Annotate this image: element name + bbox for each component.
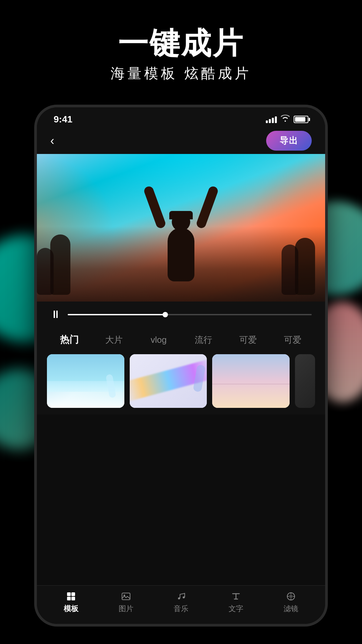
nav-bar: ‹ 导出 — [37, 127, 325, 154]
nav-label-filter: 滤镜 — [284, 604, 298, 614]
export-button[interactable]: 导出 — [266, 131, 312, 151]
cat-tab-vlog[interactable]: vlog — [136, 332, 181, 348]
svg-rect-3 — [71, 597, 75, 600]
nav-item-template[interactable]: 模板 — [44, 591, 99, 614]
svg-point-9 — [289, 595, 293, 598]
cat-tab-popular[interactable]: 流行 — [181, 331, 226, 348]
image-icon — [121, 591, 131, 602]
filter-icon — [286, 591, 296, 602]
nav-item-music[interactable]: 音乐 — [154, 591, 208, 614]
phone-inner: 9:41 — [37, 107, 325, 624]
nav-item-text[interactable]: 文字 — [208, 591, 263, 614]
cat-tab-hot[interactable]: 热门 — [47, 331, 92, 349]
template-thumb-2[interactable] — [130, 354, 207, 408]
status-icons — [266, 115, 308, 124]
svg-rect-4 — [122, 593, 130, 600]
svg-point-7 — [183, 596, 185, 598]
cat-tab-cute2[interactable]: 可爱 — [270, 331, 315, 348]
concert-figure — [154, 194, 208, 281]
header-title: 一键成片 — [0, 27, 362, 60]
progress-bar[interactable] — [68, 314, 312, 315]
template-thumb-3[interactable] — [212, 354, 290, 408]
nav-item-filter[interactable]: 滤镜 — [263, 591, 318, 614]
battery-icon — [294, 116, 308, 123]
status-bar: 9:41 — [37, 107, 325, 127]
templates-row — [37, 354, 325, 415]
back-button[interactable]: ‹ — [50, 134, 54, 148]
bottom-nav: 模板 图片 — [37, 585, 325, 624]
progress-fill — [68, 314, 165, 315]
nav-label-template: 模板 — [64, 604, 78, 614]
video-background — [37, 154, 325, 302]
category-tabs: 热门 大片 vlog 流行 可爱 可爱 — [37, 327, 325, 354]
progress-thumb[interactable] — [163, 312, 168, 317]
video-area — [37, 154, 325, 302]
status-time: 9:41 — [54, 114, 72, 125]
pause-icon[interactable]: ⏸ — [50, 308, 61, 321]
header-subtitle: 海量模板 炫酷成片 — [0, 64, 362, 83]
nav-label-image: 图片 — [119, 604, 133, 614]
nav-label-music: 音乐 — [174, 604, 188, 614]
nav-item-image[interactable]: 图片 — [99, 591, 154, 614]
cat-tab-big[interactable]: 大片 — [92, 331, 136, 348]
progress-area: ⏸ — [37, 302, 325, 327]
template-thumb-1[interactable] — [47, 354, 124, 408]
svg-point-6 — [178, 597, 180, 599]
header-area: 一键成片 海量模板 炫酷成片 — [0, 27, 362, 83]
wifi-icon — [281, 115, 290, 124]
template-icon — [66, 591, 76, 602]
svg-rect-2 — [67, 597, 71, 600]
cat-tab-cute1[interactable]: 可爱 — [226, 331, 270, 348]
signal-icon — [266, 116, 277, 123]
nav-label-text: 文字 — [229, 604, 243, 614]
template-thumb-4[interactable] — [295, 354, 315, 408]
svg-rect-1 — [71, 592, 75, 596]
music-icon — [176, 591, 186, 602]
svg-rect-0 — [67, 592, 71, 596]
text-icon — [231, 591, 241, 602]
phone-mockup: 9:41 — [37, 107, 325, 624]
